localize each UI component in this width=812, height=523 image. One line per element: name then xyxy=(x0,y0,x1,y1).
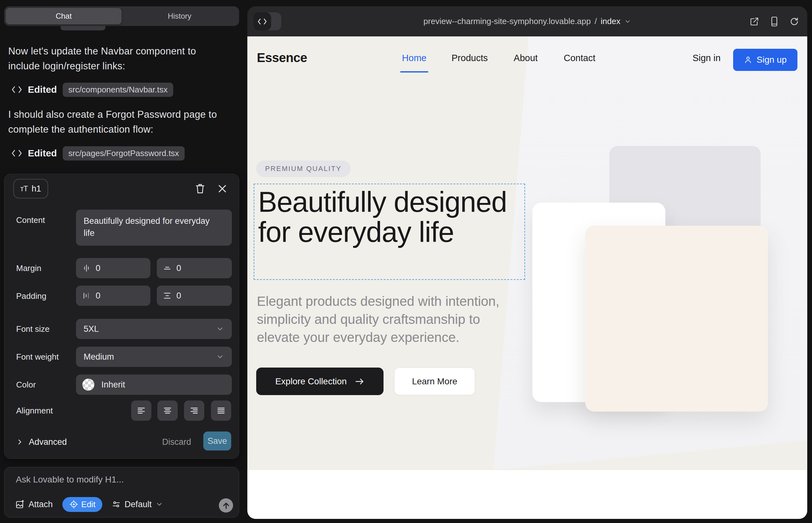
hero-section: Essence Home Products About Contact Sign… xyxy=(247,36,807,470)
chat-composer: Attach Edit Default xyxy=(4,467,239,518)
padding-x-input[interactable]: 0 xyxy=(76,286,151,306)
align-center-button[interactable] xyxy=(157,400,178,421)
arrow-right-icon xyxy=(355,378,365,385)
font-weight-label: Font weight xyxy=(16,352,58,362)
discard-button[interactable]: Discard xyxy=(162,432,191,451)
element-inspector-panel: тT h1 Content Beautifully designed for e… xyxy=(4,174,239,459)
selected-element-badge: тT h1 xyxy=(13,179,48,198)
padding-vertical-icon xyxy=(163,292,171,300)
send-button[interactable] xyxy=(219,498,233,512)
element-tag: h1 xyxy=(32,184,41,194)
url-host: preview--charming-site-symphony.lovable.… xyxy=(423,16,590,26)
site-navbar: Essence Home Products About Contact Sign… xyxy=(247,36,807,84)
explore-collection-button[interactable]: Explore Collection xyxy=(256,367,384,395)
alignment-label: Alignment xyxy=(16,406,53,416)
hero-paragraph: Elegant products designed with intention… xyxy=(257,292,510,346)
padding-label: Padding xyxy=(16,291,46,301)
advanced-toggle[interactable]: Advanced xyxy=(16,432,67,451)
site-preview: Essence Home Products About Contact Sign… xyxy=(247,36,807,519)
user-icon xyxy=(744,56,752,64)
align-left-button[interactable] xyxy=(131,400,152,421)
url-page: index xyxy=(601,16,620,26)
mobile-view-icon[interactable] xyxy=(770,16,779,26)
font-size-label: Font size xyxy=(16,324,50,334)
hero-heading[interactable]: Beautifully designed for everyday life xyxy=(258,187,526,247)
margin-vertical-icon xyxy=(163,264,171,272)
margin-y-input[interactable]: 0 xyxy=(157,258,232,278)
scrolled-file-chip-fragment xyxy=(60,26,105,30)
margin-horizontal-icon xyxy=(82,264,91,272)
chevron-down-icon xyxy=(216,353,224,361)
active-nav-underline xyxy=(400,71,428,72)
target-icon xyxy=(69,500,78,509)
save-button[interactable]: Save xyxy=(203,432,231,451)
nav-link-products[interactable]: Products xyxy=(452,53,488,63)
sliders-icon xyxy=(112,500,121,509)
tab-chat[interactable]: Chat xyxy=(6,8,122,24)
chat-message: I should also create a Forgot Password p… xyxy=(8,107,230,137)
edited-file-row[interactable]: Edited src/components/Navbar.tsx xyxy=(12,82,173,98)
padding-horizontal-icon xyxy=(82,292,91,300)
edited-label: Edited xyxy=(28,84,57,95)
url-separator: / xyxy=(595,16,597,26)
edited-file-row[interactable]: Edited src/pages/ForgotPassword.tsx xyxy=(12,145,184,161)
open-external-icon[interactable] xyxy=(749,17,759,26)
chevron-down-icon xyxy=(216,325,224,333)
file-chip[interactable]: src/pages/ForgotPassword.tsx xyxy=(63,146,185,161)
delete-element-button[interactable] xyxy=(194,182,207,195)
margin-label: Margin xyxy=(16,264,41,273)
site-logo[interactable]: Essence xyxy=(257,51,307,65)
margin-x-input[interactable]: 0 xyxy=(76,258,151,278)
sign-up-button[interactable]: Sign up xyxy=(733,49,797,71)
nav-link-contact[interactable]: Contact xyxy=(564,53,595,63)
preview-browser-window: preview--charming-site-symphony.lovable.… xyxy=(247,6,807,519)
chevron-down-icon xyxy=(156,501,163,508)
url-breadcrumb[interactable]: preview--charming-site-symphony.lovable.… xyxy=(247,6,807,36)
mode-select[interactable]: Default xyxy=(112,500,163,509)
sign-in-link[interactable]: Sign in xyxy=(693,53,721,63)
chat-message: Now let's update the Navbar component to… xyxy=(8,44,230,73)
code-icon xyxy=(12,86,22,93)
decor-card-beige xyxy=(585,226,768,412)
close-icon[interactable] xyxy=(216,182,229,195)
composer-input[interactable] xyxy=(15,474,219,485)
attach-button[interactable]: Attach xyxy=(15,500,53,509)
learn-more-button[interactable]: Learn More xyxy=(394,367,475,395)
content-input[interactable]: Beautifully designed for everyday life xyxy=(76,210,232,246)
color-select[interactable]: Inherit xyxy=(76,375,232,395)
align-right-button[interactable] xyxy=(184,400,204,421)
typography-icon: тT xyxy=(20,184,28,193)
edit-mode-button[interactable]: Edit xyxy=(63,497,103,512)
edited-label: Edited xyxy=(28,148,57,159)
align-justify-button[interactable] xyxy=(211,400,231,421)
chevron-down-icon xyxy=(624,18,631,25)
chat-history-tabbar: Chat History xyxy=(4,6,239,26)
color-swatch xyxy=(82,379,94,391)
content-label: Content xyxy=(16,215,45,225)
code-icon xyxy=(12,149,22,157)
padding-y-input[interactable]: 0 xyxy=(157,286,232,306)
attach-image-icon xyxy=(15,500,25,509)
file-chip[interactable]: src/components/Navbar.tsx xyxy=(63,83,174,97)
tab-history[interactable]: History xyxy=(122,8,237,24)
nav-link-home[interactable]: Home xyxy=(402,53,426,63)
hero-badge: PREMIUM QUALITY xyxy=(256,161,351,177)
font-weight-select[interactable]: Medium xyxy=(76,347,232,367)
refresh-icon[interactable] xyxy=(790,17,799,26)
nav-link-about[interactable]: About xyxy=(514,53,538,63)
app-window: Chat History Now let's update the Navbar… xyxy=(0,0,812,523)
font-size-select[interactable]: 5XL xyxy=(76,319,232,339)
color-label: Color xyxy=(16,380,36,390)
chevron-right-icon xyxy=(16,438,23,446)
